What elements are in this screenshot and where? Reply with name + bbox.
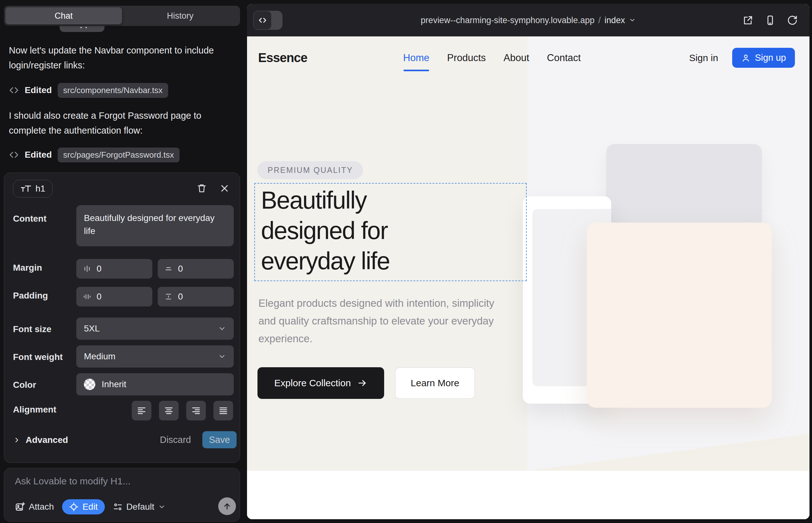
composer-input[interactable] (15, 476, 192, 492)
selected-element-outline[interactable]: Beautifully designed for everyday life (254, 183, 527, 281)
margin-y-input[interactable]: 0 (158, 259, 234, 278)
delete-element-button[interactable] (195, 181, 209, 195)
selected-element-pill[interactable]: h1 (13, 180, 53, 198)
panel-tabs: Chat History (4, 6, 240, 26)
margin-label: Margin (13, 263, 42, 273)
edited-label: Edited (25, 85, 52, 95)
url-separator: / (598, 15, 601, 25)
external-link-icon (743, 15, 754, 26)
code-icon (258, 16, 267, 25)
margin-vertical-icon (164, 264, 173, 273)
nav-link-home[interactable]: Home (403, 52, 429, 64)
padding-horizontal-icon (83, 292, 91, 301)
chevron-down-icon (218, 325, 226, 333)
edited-file-row: Edited src/pages/ForgotPassword.tsx (9, 147, 180, 162)
send-button[interactable] (218, 497, 236, 515)
editor-actions: Discard Save (160, 431, 236, 449)
image-plus-icon (15, 502, 25, 512)
content-label: Content (13, 214, 47, 224)
margin-y-value: 0 (178, 264, 183, 274)
padding-y-input[interactable]: 0 (158, 287, 234, 306)
code-icon (9, 85, 19, 95)
target-icon (69, 502, 78, 511)
preview-domain: preview--charming-site-symphony.lovable.… (421, 15, 595, 25)
sign-in-button[interactable]: Sign in (689, 53, 718, 63)
discard-button[interactable]: Discard (160, 435, 191, 445)
edit-label: Edit (82, 502, 98, 512)
explore-collection-button[interactable]: Explore Collection (258, 367, 384, 399)
padding-x-value: 0 (96, 292, 102, 302)
open-in-new-tab-button[interactable] (742, 14, 754, 26)
save-button[interactable]: Save (202, 431, 236, 448)
close-icon (220, 184, 229, 193)
chat-message: I should also create a Forgot Password p… (9, 108, 235, 138)
tab-chat[interactable]: Chat (5, 7, 122, 24)
learn-more-button[interactable]: Learn More (395, 367, 475, 399)
element-editor-panel: h1 Content Beautifully designed for ever… (4, 173, 240, 463)
arrow-up-icon (222, 502, 232, 511)
color-swatch (84, 379, 95, 390)
nav-link-products[interactable]: Products (447, 52, 486, 64)
hero-cta-row: Explore Collection Learn More (258, 367, 475, 399)
code-preview-toggle[interactable] (253, 11, 282, 30)
hero-heading-line: everyday life (261, 246, 390, 276)
color-select[interactable]: Inherit (76, 373, 234, 395)
color-value: Inherit (102, 379, 126, 390)
code-icon (9, 150, 19, 160)
hero-heading-line: Beautifully (261, 185, 390, 215)
site-preview: Essence Home Products About Contact Sign… (247, 36, 810, 519)
sign-up-label: Sign up (755, 53, 786, 63)
preview-pane: preview--charming-site-symphony.lovable.… (247, 4, 810, 519)
hero-heading-line: designed for (261, 215, 390, 246)
user-icon (741, 53, 751, 63)
content-input[interactable]: Beautifully designed for everyday life (76, 205, 234, 246)
refresh-icon (787, 15, 798, 26)
alignment-buttons (132, 401, 233, 420)
arrow-right-icon (357, 378, 367, 388)
edited-file-pill[interactable]: src/components/Navbar.tsx (58, 83, 169, 98)
align-center-icon (164, 405, 174, 416)
screen: Chat History Now let's update the Navbar… (0, 0, 812, 523)
next-section-background (247, 471, 810, 519)
chevron-down-icon (218, 353, 226, 361)
refresh-button[interactable] (786, 14, 799, 26)
element-tag: h1 (35, 184, 45, 194)
padding-y-value: 0 (178, 292, 183, 302)
smartphone-icon (765, 15, 776, 26)
align-center-button[interactable] (159, 401, 179, 420)
hero-heading: Beautifully designed for everyday life (261, 185, 390, 276)
align-justify-button[interactable] (213, 401, 233, 420)
preview-url[interactable]: preview--charming-site-symphony.lovable.… (421, 15, 636, 25)
sliders-icon (113, 502, 123, 511)
font-size-label: Font size (13, 324, 51, 334)
edited-file-pill[interactable]: src/pages/ForgotPassword.tsx (58, 147, 180, 162)
font-weight-label: Font weight (13, 352, 63, 362)
edited-label: Edited (25, 150, 52, 160)
font-weight-value: Medium (84, 351, 116, 362)
lovable-chat-panel: Chat History Now let's update the Navbar… (0, 0, 247, 523)
alignment-label: Alignment (13, 404, 56, 415)
site-logo[interactable]: Essence (258, 36, 307, 79)
close-editor-button[interactable] (217, 181, 231, 195)
trash-icon (197, 183, 207, 194)
font-size-select[interactable]: 5XL (76, 318, 234, 340)
advanced-toggle[interactable]: Advanced (13, 435, 68, 445)
preview-browser-bar: preview--charming-site-symphony.lovable.… (247, 4, 810, 36)
nav-link-contact[interactable]: Contact (547, 52, 581, 64)
nav-link-about[interactable]: About (504, 52, 529, 64)
edit-mode-button[interactable]: Edit (62, 499, 105, 515)
margin-x-input[interactable]: 0 (76, 259, 152, 278)
tab-history[interactable]: History (122, 7, 239, 24)
align-right-button[interactable] (186, 401, 206, 420)
default-mode-button[interactable]: Default (113, 502, 166, 512)
font-weight-select[interactable]: Medium (76, 345, 234, 367)
align-left-button[interactable] (132, 401, 152, 420)
site-navbar: Essence Home Products About Contact Sign… (247, 36, 810, 79)
mobile-view-button[interactable] (764, 14, 777, 26)
attach-button[interactable]: Attach (15, 502, 54, 512)
padding-x-input[interactable]: 0 (76, 287, 152, 306)
chevron-down-icon (158, 503, 166, 511)
sign-up-button[interactable]: Sign up (732, 48, 795, 68)
chat-message: Now let's update the Navbar component to… (9, 43, 235, 73)
code-toggle-segment[interactable] (253, 11, 272, 30)
